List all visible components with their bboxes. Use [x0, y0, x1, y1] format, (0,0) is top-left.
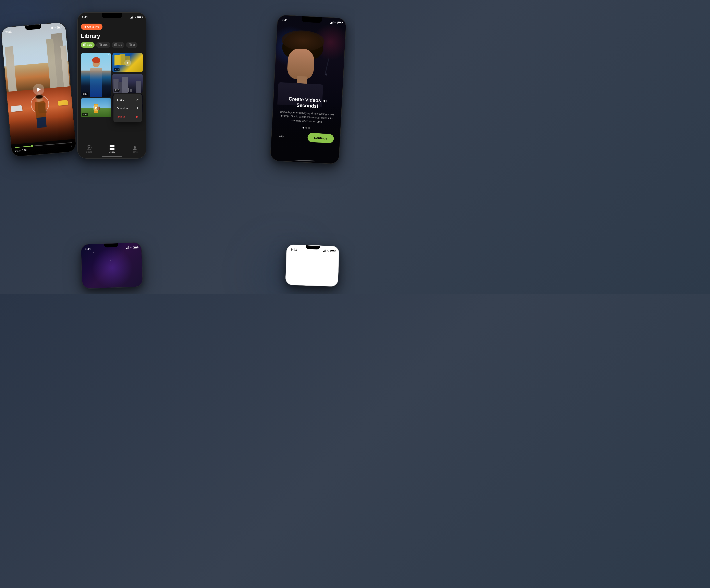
expand-icon[interactable]: ⤢ [70, 145, 73, 148]
wifi-icon-bc: ∿ [130, 246, 132, 249]
tab-16-9[interactable]: ⊡ 16:9 [81, 42, 95, 48]
battery-icon-left [57, 26, 62, 29]
signal-bc-4 [128, 246, 129, 249]
walker-2 [130, 89, 132, 92]
star-b [131, 255, 131, 256]
thumb-red-hair [92, 57, 100, 63]
tab-3-4[interactable]: ⊡ 3: [126, 42, 138, 48]
dot-2 [305, 127, 307, 129]
thumbnail-buildings[interactable]: 0:12 [113, 74, 143, 93]
thumb-woman-figure [90, 68, 102, 97]
thumbnail-geometry[interactable]: ⋮ 0:12 [113, 53, 143, 72]
share-label: Share [117, 98, 124, 101]
bottom-nav: Create Library Profile [78, 142, 146, 158]
tab-label-16-9: 16:9 [87, 44, 92, 46]
signal-bc-3 [128, 247, 128, 249]
menu-item-share[interactable]: Share ↗ [114, 95, 142, 104]
thumb-menu-dots-geo[interactable]: ⋮ [138, 54, 142, 57]
signal-icon-br [323, 249, 326, 252]
signal-bar-2 [51, 28, 51, 29]
battery-icon-right [337, 22, 342, 24]
menu-item-download[interactable]: Download ⬇ [114, 104, 142, 113]
lib-cell-3 [110, 148, 112, 150]
battery-fill-center [138, 17, 141, 18]
ratio-icon-3-4: ⊡ [129, 44, 132, 46]
thumb-duration-woman: 0:12 [82, 93, 88, 96]
go-to-pro-button[interactable]: ◆ Go to Pro [81, 24, 102, 30]
time-right: 9:41 [282, 18, 288, 22]
ratio-icon-9-16: ⊡ [99, 44, 102, 46]
star-c [110, 260, 111, 260]
walker-1 [128, 88, 129, 92]
wifi-icon-right: ∿ [334, 21, 336, 24]
ratio-icon-1-1: ⊡ [115, 44, 117, 46]
nav-library[interactable]: Library [109, 145, 115, 153]
signal-icon-left [50, 26, 53, 29]
thumb-mtn-bg: 0:12 [81, 98, 111, 117]
signal-bc-2 [127, 248, 127, 249]
progress-fill [15, 146, 32, 148]
mic-ball [325, 73, 328, 76]
signal-c-3 [132, 17, 133, 19]
go-to-pro-label: Go to Pro [87, 25, 99, 28]
nav-create[interactable]: Create [86, 145, 92, 153]
notch-center [102, 13, 122, 18]
context-menu: Share ↗ Download ⬇ Delete 🗑 [114, 94, 142, 122]
dot-3 [308, 127, 310, 129]
battery-fill-bc [134, 246, 137, 248]
nav-library-label: Library [109, 151, 115, 153]
mic-arm [325, 58, 329, 74]
notch-bottom-center [104, 243, 118, 248]
thumb-duration-bldg: 0:12 [114, 89, 120, 92]
thumb-menu-dots-woman[interactable]: ⋮ [107, 54, 110, 57]
phone-bottom-center: 9:41 ∿ [80, 242, 143, 289]
profile-body [133, 148, 137, 150]
signal-icon-center [130, 16, 134, 19]
bldg-3 [122, 77, 128, 93]
menu-item-delete[interactable]: Delete 🗑 [114, 113, 142, 121]
thumb-play-geo[interactable] [124, 60, 131, 66]
wifi-icon-br: ∿ [327, 249, 329, 252]
thumb-bldg-bg: 0:12 [113, 74, 143, 93]
delete-icon: 🗑 [136, 115, 139, 119]
skip-button[interactable]: Skip [278, 134, 284, 138]
thumb-geo-bg: ⋮ 0:12 [113, 53, 143, 72]
thumb-play-mountains[interactable] [93, 104, 99, 111]
nav-profile[interactable]: Profile [132, 145, 138, 153]
signal-icon-right [330, 21, 333, 24]
lib-cell-1 [110, 145, 112, 147]
signal-r-3 [332, 22, 333, 24]
diamond-icon: ◆ [84, 25, 86, 28]
battery-fill-right [338, 22, 341, 23]
signal-r-4 [333, 21, 333, 24]
thumbnail-mountains[interactable]: 0:12 [81, 98, 111, 117]
time-bottom-center: 9:41 [85, 247, 91, 251]
signal-r-2 [331, 22, 332, 24]
nav-profile-label: Profile [132, 151, 138, 153]
phone-right: 9:41 ∿ Create Videos in Seconds! Unleash… [270, 15, 347, 164]
download-label: Download [117, 107, 129, 110]
library-scroll[interactable]: ◆ Go to Pro Library ⊡ 16:9 ⊡ 9:16 [78, 22, 146, 142]
thumb-play-tri [95, 107, 97, 109]
gamer-face [287, 48, 315, 80]
signal-bc-1 [126, 248, 127, 249]
thumbnail-woman[interactable]: ⋮ 0:12 [81, 53, 111, 97]
phone-bottom-right: 9:41 ∿ [285, 244, 339, 287]
time-center: 9:41 [82, 16, 88, 19]
profile-head [134, 146, 136, 148]
continue-button[interactable]: Continue [307, 133, 334, 143]
phone-left: 🚲 ▲ [1, 22, 77, 157]
time-left: 9:41 [5, 30, 11, 34]
signal-br-4 [326, 249, 326, 252]
battery-fill-br [331, 250, 334, 251]
tab-1-1[interactable]: ⊡ 1:1 [112, 42, 124, 48]
pagination-dots [276, 125, 336, 130]
tab-9-16[interactable]: ⊡ 9:16 [96, 42, 110, 48]
phone-center: 9:41 ∿ ◆ Go to Pro [77, 12, 146, 159]
current-time: 0:12 / 0:40 [15, 148, 27, 152]
nebula-glow [91, 247, 134, 289]
thumb-duration-mtn: 0:12 [82, 113, 88, 116]
nav-create-label: Create [86, 151, 92, 153]
thumb-woman-bg: ⋮ 0:12 [81, 53, 111, 97]
create-play-tri [89, 147, 90, 149]
